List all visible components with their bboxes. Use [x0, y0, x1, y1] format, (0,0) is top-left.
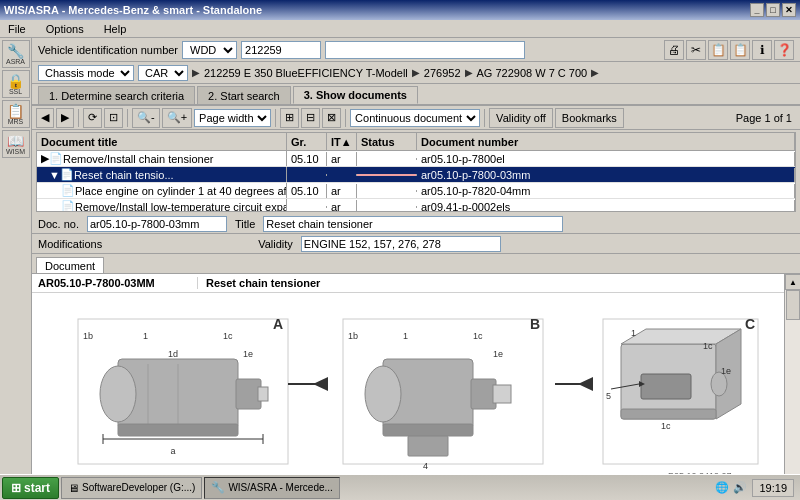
- bookmarks-button[interactable]: Bookmarks: [555, 108, 624, 128]
- validity-button[interactable]: Validity off: [489, 108, 553, 128]
- row1-icon: 📄: [60, 168, 74, 181]
- car-dropdown[interactable]: CAR: [138, 65, 188, 81]
- taskbar-item-software[interactable]: 🖥 SoftwareDeveloper (G:...): [61, 477, 202, 499]
- sidebar-icon-wism[interactable]: 📖 WISM: [2, 130, 30, 158]
- title-bar: WIS/ASRA - Mercedes-Benz & smart - Stand…: [0, 0, 800, 20]
- sidebar-label-mrs: MRS: [8, 118, 24, 125]
- doc-title-input[interactable]: [263, 216, 563, 232]
- doc-type-select[interactable]: Continuous document: [350, 109, 480, 127]
- row2-status: [357, 190, 417, 192]
- row1-expand[interactable]: ▼: [49, 169, 60, 181]
- doc-viewer-title: Reset chain tensioner: [198, 277, 778, 289]
- menu-help[interactable]: Help: [100, 22, 131, 36]
- view-full-button[interactable]: ⊠: [322, 108, 341, 128]
- sidebar-label-ssl: SSL: [9, 88, 22, 95]
- svg-text:1d: 1d: [168, 349, 178, 359]
- sidebar-icon-ssl[interactable]: 🔒 SSL: [2, 70, 30, 98]
- sidebar-label-asra: ASRA: [6, 58, 25, 65]
- vehicle-input[interactable]: [241, 41, 321, 59]
- start-button[interactable]: ⊞ start: [2, 477, 59, 499]
- sidebar-label-wism: WISM: [6, 148, 25, 155]
- zoom-out-button[interactable]: 🔍-: [132, 108, 160, 128]
- tab-show-documents[interactable]: 3. Show documents: [293, 86, 418, 104]
- vehicle-search-input[interactable]: [325, 41, 525, 59]
- sidebar-icon-asra[interactable]: 🔧 ASRA: [2, 40, 30, 68]
- col-header-it[interactable]: IT▲: [327, 133, 357, 150]
- help-icon[interactable]: ❓: [774, 40, 794, 60]
- col-header-title[interactable]: Document title: [37, 133, 287, 150]
- svg-rect-42: [621, 409, 716, 419]
- menu-options[interactable]: Options: [42, 22, 88, 36]
- row3-title[interactable]: 📄 Remove/Install low-temperature circuit…: [37, 199, 287, 212]
- close-button[interactable]: ✕: [782, 3, 796, 17]
- menu-bar: File Options Help: [0, 20, 800, 38]
- tray-sound-icon: 🔊: [732, 480, 748, 496]
- svg-point-11: [100, 366, 136, 422]
- maximize-button[interactable]: □: [766, 3, 780, 17]
- row0-it: ar: [327, 152, 357, 166]
- chassis-ag: AG 722908 W 7 C 700: [477, 67, 588, 79]
- table-row[interactable]: 📄 Place engine on cylinder 1 at 40 degre…: [37, 183, 795, 199]
- row1-title[interactable]: ▼ 📄 Reset chain tensio...: [37, 167, 287, 182]
- paste-icon[interactable]: 📋: [730, 40, 750, 60]
- col-header-docnum[interactable]: Document number: [417, 133, 795, 150]
- scissors-icon[interactable]: ✂: [686, 40, 706, 60]
- taskbar-item-wisasra[interactable]: 🔧 WIS/ASRA - Mercede...: [204, 477, 339, 499]
- row2-gr: 05.10: [287, 184, 327, 198]
- document-toolbar: ◀ ▶ ⟳ ⊡ 🔍- 🔍+ Page width ⊞ ⊟ ⊠ Continuou…: [32, 106, 800, 130]
- print-icon[interactable]: 🖨: [664, 40, 684, 60]
- system-tray: 🌐 🔊: [714, 480, 748, 496]
- info-icon[interactable]: ℹ: [752, 40, 772, 60]
- tab-bar: 1. Determine search criteria 2. Start se…: [32, 84, 800, 106]
- copy-icon[interactable]: 📋: [708, 40, 728, 60]
- svg-text:C: C: [745, 316, 755, 332]
- nav-back-button[interactable]: ◀: [36, 108, 54, 128]
- vertical-scrollbar[interactable]: ▲ ▼: [784, 274, 800, 500]
- vehicle-id-label: Vehicle identification number: [38, 44, 178, 56]
- row0-icon: 📄: [49, 152, 63, 165]
- scroll-thumb[interactable]: [786, 290, 800, 320]
- view-double-button[interactable]: ⊟: [301, 108, 320, 128]
- doc-viewer-header: AR05.10-P-7800-03MM Reset chain tensione…: [32, 274, 784, 293]
- svg-rect-25: [118, 424, 238, 436]
- zoom-in-button[interactable]: 🔍+: [162, 108, 192, 128]
- svg-text:1b: 1b: [348, 331, 358, 341]
- chassis-mode-dropdown[interactable]: Chassis mode: [38, 65, 134, 81]
- tray-network-icon: 🌐: [714, 480, 730, 496]
- table-row[interactable]: 📄 Remove/Install low-temperature circuit…: [37, 199, 795, 212]
- scroll-up-button[interactable]: ▲: [785, 274, 800, 290]
- col-header-gr[interactable]: Gr.: [287, 133, 327, 150]
- scroll-track[interactable]: [785, 290, 800, 484]
- row0-title[interactable]: ▶ 📄 Remove/Install chain tensioner: [37, 151, 287, 166]
- table-row[interactable]: ▶ 📄 Remove/Install chain tensioner 05.10…: [37, 151, 795, 167]
- svg-text:B: B: [530, 316, 540, 332]
- zoom-select[interactable]: Page width: [194, 109, 271, 127]
- row2-docnum: ar05.10-p-7820-04mm: [417, 184, 795, 198]
- row0-expand[interactable]: ▶: [41, 152, 49, 165]
- tab-start-search[interactable]: 2. Start search: [197, 86, 291, 104]
- validity-input[interactable]: [301, 236, 501, 252]
- col-header-status[interactable]: Status: [357, 133, 417, 150]
- doc-tab-document[interactable]: Document: [36, 257, 104, 273]
- minimize-button[interactable]: _: [750, 3, 764, 17]
- refresh-button[interactable]: ⟳: [83, 108, 102, 128]
- chassis-code: 276952: [424, 67, 461, 79]
- modifications-label: Modifications: [38, 238, 102, 250]
- sidebar-icon-mrs[interactable]: 📋 MRS: [2, 100, 30, 128]
- doc-no-input[interactable]: [87, 216, 227, 232]
- row3-icon: 📄: [61, 200, 75, 212]
- menu-file[interactable]: File: [4, 22, 30, 36]
- document-viewer: AR05.10-P-7800-03MM Reset chain tensione…: [32, 274, 800, 500]
- row2-icon: 📄: [61, 184, 75, 197]
- row3-it: ar: [327, 200, 357, 213]
- home-button[interactable]: ⊡: [104, 108, 123, 128]
- svg-text:A: A: [273, 316, 283, 332]
- row2-title[interactable]: 📄 Place engine on cylinder 1 at 40 degre…: [37, 183, 287, 198]
- svg-text:1e: 1e: [243, 349, 253, 359]
- table-row[interactable]: ▼ 📄 Reset chain tensio... ar05.10-p-7800…: [37, 167, 795, 183]
- svg-rect-30: [383, 424, 473, 436]
- vehicle-dropdown-wdd[interactable]: WDD: [182, 41, 237, 59]
- view-single-button[interactable]: ⊞: [280, 108, 299, 128]
- nav-forward-button[interactable]: ▶: [56, 108, 74, 128]
- tab-search-criteria[interactable]: 1. Determine search criteria: [38, 86, 195, 104]
